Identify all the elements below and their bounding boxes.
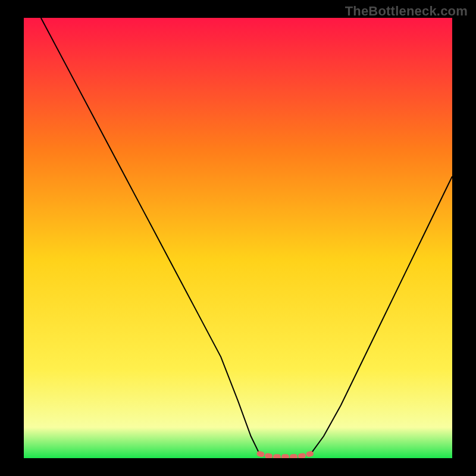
right-branch-curve (311, 176, 452, 453)
valley-marker-curve (259, 454, 311, 457)
curve-layer (24, 18, 452, 458)
plot-area (24, 18, 452, 458)
watermark-text: TheBottleneck.com (345, 4, 468, 19)
left-branch-curve (41, 18, 259, 454)
chart-frame: TheBottleneck.com (0, 0, 476, 476)
